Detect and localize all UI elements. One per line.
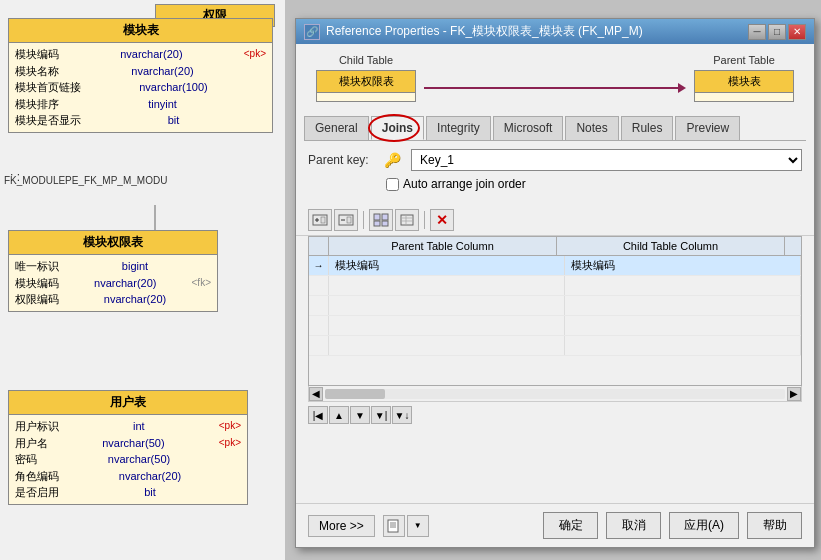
erd-module-permission-table-header: 模块权限表 [9, 231, 217, 255]
joins-circle-highlight [368, 114, 420, 142]
grid-body: → 模块编码 模块编码 [309, 256, 801, 382]
grid-row-arrow [309, 336, 329, 355]
nav-prev-btn[interactable]: ▲ [329, 406, 349, 424]
grid-arrow-header [309, 237, 329, 255]
auto-arrange-row: Auto arrange join order [308, 177, 802, 191]
erd-module-table-body: 模块编码 nvarchar(20) <pk> 模块名称 nvarchar(20)… [9, 43, 272, 132]
svg-rect-13 [382, 221, 388, 226]
tab-rules[interactable]: Rules [621, 116, 674, 140]
close-button[interactable]: ✕ [788, 24, 806, 40]
auto-arrange-checkbox[interactable] [386, 178, 399, 191]
grid-parent-cell[interactable] [329, 316, 565, 335]
minimize-button[interactable]: ─ [748, 24, 766, 40]
nav-next-btn[interactable]: ▼ [350, 406, 370, 424]
tab-integrity[interactable]: Integrity [426, 116, 491, 140]
dialog-title: Reference Properties - FK_模块权限表_模块表 (FK_… [326, 23, 643, 40]
fk-connector-dots: : : [10, 170, 20, 184]
grid-parent-cell[interactable]: 模块编码 [329, 256, 565, 275]
tab-joins[interactable]: Joins [371, 116, 424, 140]
table-row[interactable] [309, 336, 801, 356]
tab-general[interactable]: General [304, 116, 369, 140]
dialog-icon: 🔗 [304, 24, 320, 40]
table-row: 是否启用 bit [15, 484, 241, 501]
grid-child-cell[interactable] [565, 276, 801, 295]
grid-child-col-header: Child Table Column [557, 237, 785, 255]
nav-last-btn[interactable]: ▼| [371, 406, 391, 424]
toolbar-delete-btn[interactable]: ✕ [430, 209, 454, 231]
apply-button[interactable]: 应用(A) [669, 512, 739, 539]
dialog-titlebar-controls: ─ □ ✕ [748, 24, 806, 40]
nav-row: |◀ ▲ ▼ ▼| ▼↓ [296, 402, 814, 428]
erd-area: 权限 模块表 模块编码 nvarchar(20) <pk> 模块名称 nvarc… [0, 0, 285, 560]
arrow-head [678, 83, 686, 93]
tab-microsoft[interactable]: Microsoft [493, 116, 564, 140]
grid-row-arrow [309, 276, 329, 295]
fk-label: FK_MODULEPE_FK_MP_M_MODU [4, 175, 167, 186]
grid-header: Parent Table Column Child Table Column [309, 237, 801, 256]
table-row: 模块名称 nvarchar(20) [15, 63, 266, 80]
erd-module-permission-table-body: 唯一标识 bigint 模块编码 nvarchar(20) <fk> 权限编码 … [9, 255, 217, 311]
parent-key-select[interactable]: Key_1 [411, 149, 802, 171]
grid-hscrollbar[interactable]: ◀ ▶ [308, 386, 802, 402]
footer-dropdown-btn[interactable]: ▼ [407, 515, 429, 537]
child-table-box-body [317, 93, 415, 101]
toolbar-btn3[interactable] [369, 209, 393, 231]
dialog-title-area: 🔗 Reference Properties - FK_模块权限表_模块表 (F… [304, 23, 643, 40]
grid-child-cell[interactable] [565, 336, 801, 355]
confirm-button[interactable]: 确定 [543, 512, 598, 539]
toolbar-separator [363, 211, 364, 229]
grid-child-cell[interactable] [565, 296, 801, 315]
tab-notes[interactable]: Notes [565, 116, 618, 140]
table-row[interactable] [309, 276, 801, 296]
footer-icon-group: ▼ [383, 515, 429, 537]
footer-report-btn[interactable] [383, 515, 405, 537]
more-section: More >> [308, 515, 375, 537]
grid-child-cell[interactable]: 模块编码 [565, 256, 801, 275]
table-diagram-area: Child Table 模块权限表 Parent Table 模块表 [296, 44, 814, 112]
restore-button[interactable]: □ [768, 24, 786, 40]
grid-parent-cell[interactable] [329, 276, 565, 295]
table-row: 模块首页链接 nvarchar(100) [15, 79, 266, 96]
grid-parent-col-header: Parent Table Column [329, 237, 557, 255]
erd-user-table-header: 用户表 [9, 391, 247, 415]
tab-preview[interactable]: Preview [675, 116, 740, 140]
table-row: 密码 nvarchar(50) [15, 451, 241, 468]
svg-rect-10 [374, 214, 380, 220]
table-row[interactable] [309, 296, 801, 316]
scroll-right-btn[interactable]: ▶ [787, 387, 801, 401]
toolbar-btn4[interactable] [395, 209, 419, 231]
toolbar-remove-btn[interactable] [334, 209, 358, 231]
table-diagram-arrow [424, 83, 686, 93]
table-row: 权限编码 nvarchar(20) [15, 291, 211, 308]
grid-scroll-header [785, 237, 801, 255]
child-table-label: Child Table [316, 54, 416, 66]
toolbar-add-row-btn[interactable] [308, 209, 332, 231]
help-button[interactable]: 帮助 [747, 512, 802, 539]
hscrollbar-thumb[interactable] [325, 389, 385, 399]
grid-child-cell[interactable] [565, 316, 801, 335]
table-row[interactable] [309, 316, 801, 336]
parent-table-label: Parent Table [694, 54, 794, 66]
arrow-line [424, 87, 678, 89]
grid-row-arrow [309, 296, 329, 315]
scroll-left-btn[interactable]: ◀ [309, 387, 323, 401]
more-button[interactable]: More >> [308, 515, 375, 537]
nav-first-btn[interactable]: |◀ [308, 406, 328, 424]
svg-rect-14 [401, 215, 413, 225]
grid-parent-cell[interactable] [329, 336, 565, 355]
parent-table-section: Parent Table 模块表 [694, 54, 794, 102]
toolbar-separator2 [424, 211, 425, 229]
nav-add-btn[interactable]: ▼↓ [392, 406, 412, 424]
hscrollbar-track[interactable] [325, 389, 785, 399]
parent-table-box: 模块表 [694, 70, 794, 102]
table-row[interactable]: → 模块编码 模块编码 [309, 256, 801, 276]
erd-user-table: 用户表 用户标识 int <pk> 用户名 nvarchar(50) <pk> … [8, 390, 248, 505]
erd-module-table: 模块表 模块编码 nvarchar(20) <pk> 模块名称 nvarchar… [8, 18, 273, 133]
svg-rect-18 [388, 520, 398, 532]
grid-parent-cell[interactable] [329, 296, 565, 315]
toolbar-row: ✕ [296, 205, 814, 236]
grid-row-arrow: → [309, 256, 329, 275]
erd-module-permission-table: 模块权限表 唯一标识 bigint 模块编码 nvarchar(20) <fk>… [8, 230, 218, 312]
parent-key-label: Parent key: [308, 153, 378, 167]
cancel-button[interactable]: 取消 [606, 512, 661, 539]
